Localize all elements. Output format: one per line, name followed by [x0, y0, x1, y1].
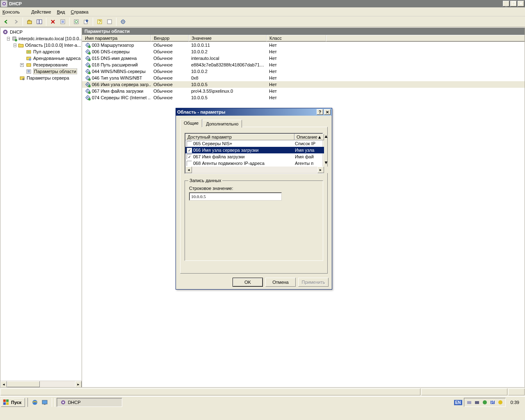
clock[interactable]: 0:39: [507, 400, 523, 405]
list-header: Имя параметра Вендор Значение Класс: [82, 35, 525, 42]
param-checkbox[interactable]: ✓: [187, 148, 192, 153]
param-row[interactable]: ✓ 066 Имя узла сервера загрузки Имя узла: [185, 147, 324, 153]
help-button[interactable]: ?: [95, 17, 104, 26]
tree-server-options[interactable]: Параметры сервера: [1, 75, 81, 81]
svg-point-40: [88, 72, 91, 74]
settings-icon[interactable]: [119, 17, 128, 26]
statusbar: [0, 388, 525, 396]
cancel-button[interactable]: Отмена: [265, 278, 296, 287]
param-scroll-up[interactable]: ▲: [324, 134, 329, 140]
tray-icon-3[interactable]: [482, 399, 488, 406]
svg-rect-22: [27, 64, 31, 66]
list-row[interactable]: 015 DNS-имя домена Обычное interauto.loc…: [82, 55, 525, 62]
refresh-button[interactable]: [72, 17, 81, 26]
col-vendor[interactable]: Вендор: [151, 35, 189, 41]
svg-point-30: [87, 51, 89, 52]
dialog-close-button[interactable]: ✕: [324, 109, 331, 115]
dialog-help-button[interactable]: ?: [317, 109, 323, 115]
menu-console[interactable]: Консоль: [2, 9, 25, 14]
svg-rect-54: [6, 399, 9, 402]
tray-icon-5[interactable]: [497, 399, 504, 406]
col-name[interactable]: Имя параметра: [82, 35, 151, 41]
apply-button[interactable]: Применить: [298, 278, 329, 287]
col-class[interactable]: Класс: [267, 35, 326, 41]
restore-button[interactable]: ❐: [510, 1, 517, 7]
tray-icon-1[interactable]: [466, 399, 472, 406]
tree-hscroll[interactable]: ◄ ►: [0, 381, 82, 387]
taskbar-dhcp[interactable]: DHCP: [57, 398, 122, 407]
properties-button[interactable]: [58, 17, 67, 26]
tray-icon-4[interactable]: И: [489, 399, 496, 406]
list-row[interactable]: 067 Имя файла загрузки Обычное pro\4.3.5…: [82, 88, 525, 94]
collapse-icon[interactable]: −: [14, 43, 16, 47]
tab-advanced[interactable]: Дополнительно: [202, 120, 242, 128]
show-hide-button[interactable]: [35, 17, 44, 26]
tree-server[interactable]: − interpdc.interauto.local [10.0.0...: [1, 35, 81, 42]
list-row[interactable]: 044 WINS/NBNS-серверы Обычное 10.0.0.2 Н…: [82, 68, 525, 75]
tree-reservations[interactable]: + Резервирование: [1, 62, 81, 68]
svg-point-52: [88, 98, 91, 100]
param-scroll-track[interactable]: [192, 167, 317, 173]
param-checkbox[interactable]: ✓: [187, 154, 192, 160]
svg-point-17: [15, 39, 17, 41]
list-row[interactable]: 066 Имя узла сервера загр... Обычное 10.…: [82, 81, 525, 88]
up-button[interactable]: [25, 17, 34, 26]
desktop-icon[interactable]: [40, 398, 49, 407]
ok-button[interactable]: OK: [233, 278, 263, 287]
toolbar-icon-1[interactable]: [105, 17, 114, 26]
string-value-input[interactable]: [189, 193, 281, 200]
tree-address-pool[interactable]: Пул адресов: [1, 48, 81, 55]
option-icon: [84, 94, 91, 101]
param-row[interactable]: 065 Серверы NIS+ Список IP: [185, 140, 324, 147]
expand-icon[interactable]: +: [20, 63, 24, 67]
list-row[interactable]: 018 Путь расширений Обычное e8843c7e0a83…: [82, 62, 525, 68]
minimize-button[interactable]: _: [503, 1, 509, 7]
collapse-icon[interactable]: −: [7, 37, 10, 41]
param-checkbox[interactable]: [187, 141, 192, 146]
scroll-right-button[interactable]: ►: [75, 381, 82, 388]
toolbar: ?: [0, 16, 525, 27]
delete-button[interactable]: [48, 17, 57, 26]
tray-icon-2[interactable]: [474, 399, 480, 406]
ie-icon[interactable]: [30, 398, 39, 407]
param-row[interactable]: ✓ 067 Имя файла загрузки Имя фай: [185, 153, 324, 160]
string-value-label: Строковое значение:: [189, 186, 319, 191]
param-scroll-down[interactable]: ▼: [324, 160, 329, 167]
scroll-left-button[interactable]: ◄: [0, 381, 7, 388]
menu-help[interactable]: Справка: [71, 9, 89, 14]
param-checkbox[interactable]: [187, 161, 192, 166]
tree-leases[interactable]: Арендованные адреса: [1, 55, 81, 62]
tree-scope-options[interactable]: Параметры области: [1, 68, 81, 75]
close-button[interactable]: ✕: [518, 1, 524, 7]
param-vscroll[interactable]: ▲ ▼: [324, 134, 329, 173]
menu-action[interactable]: Действие: [31, 9, 51, 14]
svg-point-61: [62, 402, 64, 403]
col-value[interactable]: Значение: [189, 35, 267, 41]
tab-general[interactable]: Общие: [180, 119, 202, 127]
start-button[interactable]: Пуск: [1, 398, 25, 407]
dhcp-app-icon: [1, 0, 7, 7]
back-button[interactable]: [2, 17, 11, 26]
menu-view[interactable]: Вид: [57, 9, 65, 14]
param-header-desc[interactable]: Описание▲: [294, 134, 324, 140]
forward-button[interactable]: [11, 17, 21, 26]
group-title: Запись данных: [188, 178, 222, 183]
list-row[interactable]: 006 DNS-серверы Обычное 10.0.0.2 Нет: [82, 48, 525, 55]
scroll-thumb[interactable]: [7, 381, 40, 387]
svg-point-49: [88, 91, 91, 94]
param-row[interactable]: 068 Агенты подвижного IP-адреса Агенты п: [185, 160, 324, 167]
list-row[interactable]: 003 Маршрутизатор Обычное 10.0.0.11 Нет: [82, 42, 525, 48]
param-scroll-left[interactable]: ◄: [185, 167, 192, 173]
quick-launch: [27, 398, 52, 407]
list-row[interactable]: 074 Серверы IRC (Internet ... Обычное 10…: [82, 94, 525, 101]
param-scroll-right[interactable]: ►: [317, 167, 324, 173]
language-indicator[interactable]: EN: [454, 400, 462, 405]
tree-root-dhcp[interactable]: DHCP: [1, 29, 81, 35]
export-button[interactable]: [82, 17, 91, 26]
list-row[interactable]: 046 Тип узла WINS/NBT Обычное 0x8 Нет: [82, 75, 525, 81]
param-header-name[interactable]: Доступный параметр: [185, 134, 294, 140]
tree-scope[interactable]: − Область [10.0.0.0] Inter-a...: [1, 42, 81, 48]
svg-point-1: [3, 3, 5, 5]
svg-rect-4: [39, 20, 42, 24]
dialog-titlebar[interactable]: Область - параметры ? ✕: [176, 108, 332, 116]
